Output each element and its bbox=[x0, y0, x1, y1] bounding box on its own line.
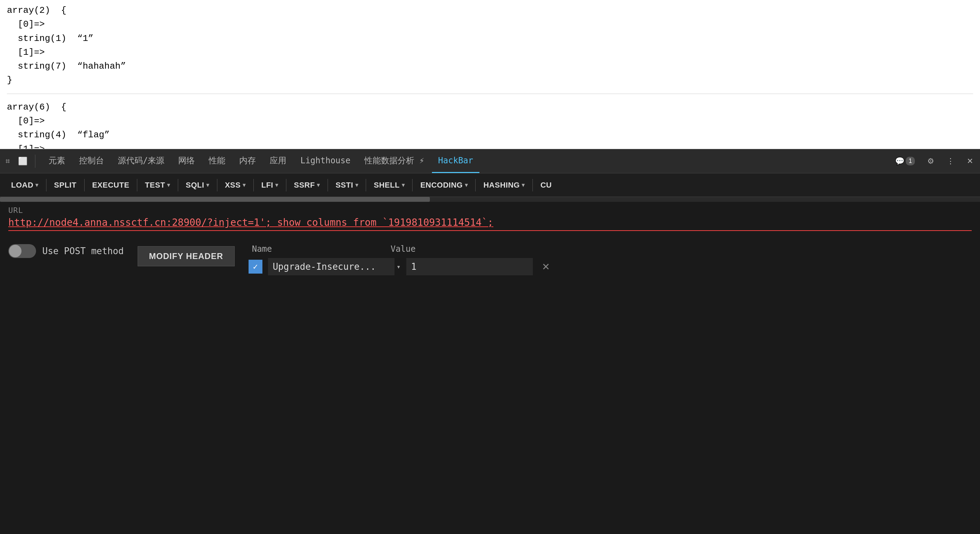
shell-arrow-icon: ▾ bbox=[402, 182, 405, 188]
divider-12 bbox=[533, 179, 533, 191]
close-devtools-button[interactable]: ✕ bbox=[963, 155, 977, 168]
divider-9 bbox=[366, 179, 366, 191]
divider-8 bbox=[328, 179, 328, 191]
separator-1 bbox=[7, 94, 973, 94]
header-name-input-0[interactable] bbox=[268, 258, 395, 275]
tab-hackbar[interactable]: HackBar bbox=[432, 149, 479, 173]
tab-console[interactable]: 控制台 bbox=[73, 149, 110, 173]
code-block-2: array(6) { [0]=> string(4) “flag” [1]=> … bbox=[7, 100, 973, 149]
divider-5 bbox=[217, 179, 217, 191]
url-label: URL bbox=[8, 206, 972, 215]
bottom-section: Use POST method MODIFY HEADER Name Value… bbox=[0, 234, 980, 534]
comment-icon: 💬 bbox=[895, 157, 904, 166]
url-section: URL http://node4.anna.nssctf.cn:28900/?i… bbox=[0, 202, 980, 234]
xss-button[interactable]: XSS ▾ bbox=[219, 177, 252, 193]
close-icon: ✕ bbox=[967, 157, 973, 166]
ssrf-arrow-icon: ▾ bbox=[317, 182, 320, 188]
encoding-arrow-icon: ▾ bbox=[465, 182, 468, 188]
divider-4 bbox=[178, 179, 178, 191]
tab-source[interactable]: 源代码/来源 bbox=[111, 149, 170, 173]
tab-list: 元素 控制台 源代码/来源 网络 性能 内存 应用 Lighthouse bbox=[42, 149, 479, 173]
header-checkbox-0[interactable]: ✓ bbox=[248, 260, 262, 274]
execute-button[interactable]: EXECUTE bbox=[86, 177, 135, 193]
toggle-thumb bbox=[9, 245, 21, 257]
header-entry-0: ✓ ▾ ✕ bbox=[248, 258, 972, 275]
split-button[interactable]: SPLIT bbox=[48, 177, 83, 193]
tab-elements[interactable]: 元素 bbox=[42, 149, 72, 173]
comment-badge: 1 bbox=[906, 157, 915, 166]
shell-button[interactable]: SHELL ▾ bbox=[368, 177, 411, 193]
value-column-label: Value bbox=[391, 244, 460, 254]
divider-6 bbox=[253, 179, 254, 191]
tab-memory[interactable]: 内存 bbox=[233, 149, 262, 173]
gear-icon: ⚙ bbox=[927, 157, 934, 166]
toolbar-scrollbar[interactable] bbox=[0, 197, 980, 202]
hashing-button[interactable]: HASHING ▾ bbox=[477, 177, 531, 193]
ssti-arrow-icon: ▾ bbox=[355, 182, 358, 188]
code-block-1: array(2) { [0]=> string(1) “1” [1]=> str… bbox=[7, 3, 973, 88]
load-arrow-icon: ▾ bbox=[35, 182, 38, 188]
inspect-icon[interactable]: ⌗ bbox=[3, 155, 12, 168]
tab-application[interactable]: 应用 bbox=[264, 149, 293, 173]
post-method-label: Use POST method bbox=[42, 246, 124, 256]
post-method-toggle-group: Use POST method bbox=[8, 244, 124, 258]
comments-button[interactable]: 💬 1 bbox=[892, 155, 918, 168]
hashing-arrow-icon: ▾ bbox=[522, 182, 525, 188]
more-options-button[interactable]: ⋮ bbox=[943, 155, 958, 168]
tab-icon-group: ⌗ ⬜ bbox=[3, 155, 35, 168]
ssti-button[interactable]: SSTI ▾ bbox=[329, 177, 364, 193]
url-value[interactable]: http://node4.anna.nssctf.cn:28900/?injec… bbox=[8, 217, 972, 231]
checkmark-icon: ✓ bbox=[253, 262, 258, 271]
toolbar-scrollbar-thumb bbox=[0, 197, 430, 202]
lfi-arrow-icon: ▾ bbox=[275, 182, 278, 188]
xss-arrow-icon: ▾ bbox=[243, 182, 246, 188]
devtools-panel: ⌗ ⬜ 元素 控制台 源代码/来源 网络 性能 内存 应用 bbox=[0, 149, 980, 534]
post-method-toggle[interactable] bbox=[8, 244, 36, 258]
cu-button[interactable]: CU bbox=[534, 177, 558, 193]
lfi-button[interactable]: LFI ▾ bbox=[255, 177, 285, 193]
encoding-button[interactable]: ENCODING ▾ bbox=[414, 177, 474, 193]
divider-1 bbox=[46, 179, 46, 191]
sqli-arrow-icon: ▾ bbox=[206, 182, 209, 188]
tab-lighthouse[interactable]: Lighthouse bbox=[294, 149, 357, 173]
divider-3 bbox=[137, 179, 137, 191]
test-arrow-icon: ▾ bbox=[167, 182, 170, 188]
tab-profiler[interactable]: 性能数据分析 ⚡ bbox=[358, 149, 431, 173]
more-icon: ⋮ bbox=[947, 157, 955, 166]
modify-header-button[interactable]: MODIFY HEADER bbox=[138, 246, 235, 266]
header-fields-panel: Name Value ✓ ▾ ✕ bbox=[248, 244, 972, 275]
header-value-input-0[interactable] bbox=[406, 258, 533, 275]
tab-network[interactable]: 网络 bbox=[172, 149, 201, 173]
divider-2 bbox=[84, 179, 84, 191]
header-delete-button-0[interactable]: ✕ bbox=[538, 260, 553, 274]
test-button[interactable]: TEST ▾ bbox=[138, 177, 177, 193]
content-area: array(2) { [0]=> string(1) “1” [1]=> str… bbox=[0, 0, 980, 149]
header-field-labels: Name Value bbox=[248, 244, 972, 254]
tab-bar: ⌗ ⬜ 元素 控制台 源代码/来源 网络 性能 内存 应用 bbox=[0, 149, 980, 174]
hackbar-toolbar: LOAD ▾ SPLIT EXECUTE TEST ▾ SQLI ▾ XSS ▾… bbox=[0, 174, 980, 197]
divider-7 bbox=[286, 179, 286, 191]
ssrf-button[interactable]: SSRF ▾ bbox=[288, 177, 326, 193]
tab-performance[interactable]: 性能 bbox=[202, 149, 232, 173]
divider-11 bbox=[475, 179, 476, 191]
device-icon[interactable]: ⬜ bbox=[16, 155, 29, 168]
divider-10 bbox=[412, 179, 412, 191]
load-button[interactable]: LOAD ▾ bbox=[5, 177, 45, 193]
settings-button[interactable]: ⚙ bbox=[924, 155, 938, 168]
sqli-button[interactable]: SQLI ▾ bbox=[180, 177, 216, 193]
tab-right-controls: 💬 1 ⚙ ⋮ ✕ bbox=[892, 155, 977, 168]
name-column-label: Name bbox=[252, 244, 384, 254]
dropdown-arrow-icon[interactable]: ▾ bbox=[396, 263, 401, 271]
